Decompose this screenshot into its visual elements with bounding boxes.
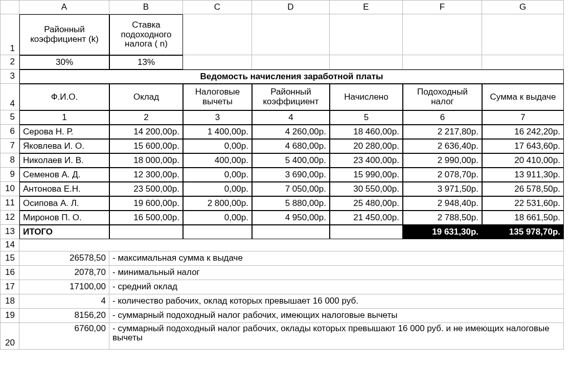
col-header-C[interactable]: C	[183, 0, 252, 14]
cell-E10[interactable]: 30 550,00р.	[330, 182, 403, 196]
cell-C9[interactable]: 0,00р.	[183, 168, 252, 182]
cell-C4[interactable]: Налоговые вычеты	[183, 84, 252, 110]
cell-G7[interactable]: 17 643,60р.	[482, 139, 564, 153]
cell-D13[interactable]	[252, 225, 330, 239]
cell-C1[interactable]	[183, 14, 252, 55]
row-header-1[interactable]: 1	[0, 14, 19, 55]
cell-F10[interactable]: 3 971,50р.	[403, 182, 482, 196]
cell-F4[interactable]: Подоходный налог	[403, 84, 482, 110]
cell-A12[interactable]: Миронов П. О.	[19, 211, 109, 225]
cell-row14[interactable]	[19, 239, 564, 251]
cell-A10[interactable]: Антонова Е.Н.	[19, 182, 109, 196]
cell-B17[interactable]: - средний оклад	[109, 280, 564, 294]
cell-A17[interactable]: 17100,00	[19, 280, 109, 294]
cell-B6[interactable]: 14 200,00р.	[109, 125, 183, 139]
cell-D9[interactable]: 3 690,00р.	[252, 168, 330, 182]
row-header-3[interactable]: 3	[0, 70, 19, 84]
cell-F11[interactable]: 2 948,40р.	[403, 196, 482, 211]
cell-B9[interactable]: 12 300,00р.	[109, 168, 183, 182]
row-header-14[interactable]: 14	[0, 239, 19, 251]
cell-G9[interactable]: 13 911,30р.	[482, 168, 564, 182]
col-header-E[interactable]: E	[330, 0, 403, 14]
cell-C12[interactable]: 0,00р.	[183, 211, 252, 225]
col-header-F[interactable]: F	[403, 0, 482, 14]
cell-E12[interactable]: 21 450,00р.	[330, 211, 403, 225]
cell-A13[interactable]: ИТОГО	[19, 225, 109, 239]
row-header-17[interactable]: 17	[0, 280, 19, 294]
cell-G12[interactable]: 18 661,50р.	[482, 211, 564, 225]
cell-B11[interactable]: 19 600,00р.	[109, 196, 183, 211]
cell-F5[interactable]: 6	[403, 110, 482, 125]
col-header-A[interactable]: A	[19, 0, 109, 14]
col-header-D[interactable]: D	[252, 0, 330, 14]
cell-C11[interactable]: 2 800,00р.	[183, 196, 252, 211]
cell-D10[interactable]: 7 050,00р.	[252, 182, 330, 196]
row-header-9[interactable]: 9	[0, 168, 19, 182]
cell-A8[interactable]: Николаев И. В.	[19, 153, 109, 168]
cell-D2[interactable]	[252, 55, 330, 70]
cell-C13[interactable]	[183, 225, 252, 239]
cell-C8[interactable]: 400,00р.	[183, 153, 252, 168]
cell-G5[interactable]: 7	[482, 110, 564, 125]
cell-D5[interactable]: 4	[252, 110, 330, 125]
cell-E8[interactable]: 23 400,00р.	[330, 153, 403, 168]
cell-A6[interactable]: Серова Н. Р.	[19, 125, 109, 139]
cell-G8[interactable]: 20 410,00р.	[482, 153, 564, 168]
cell-F13[interactable]: 19 631,30р.	[403, 225, 482, 239]
cell-B19[interactable]: - суммарный подоходный налог рабочих, им…	[109, 309, 564, 323]
row-header-2[interactable]: 2	[0, 55, 19, 70]
cell-B12[interactable]: 16 500,00р.	[109, 211, 183, 225]
cell-A11[interactable]: Осипова А. Л.	[19, 196, 109, 211]
row-header-10[interactable]: 10	[0, 182, 19, 196]
cell-B10[interactable]: 23 500,00р.	[109, 182, 183, 196]
cell-A7[interactable]: Яковлева И. О.	[19, 139, 109, 153]
row-header-5[interactable]: 5	[0, 110, 19, 125]
cell-A5[interactable]: 1	[19, 110, 109, 125]
cell-G11[interactable]: 22 531,60р.	[482, 196, 564, 211]
cell-B18[interactable]: - количество рабочих, оклад которых прев…	[109, 294, 564, 309]
cell-D11[interactable]: 5 880,00р.	[252, 196, 330, 211]
cell-D12[interactable]: 4 950,00р.	[252, 211, 330, 225]
cell-A2[interactable]: 30%	[19, 55, 109, 70]
cell-D7[interactable]: 4 680,00р.	[252, 139, 330, 153]
cell-E6[interactable]: 18 460,00р.	[330, 125, 403, 139]
row-header-11[interactable]: 11	[0, 196, 19, 211]
cell-E9[interactable]: 15 990,00р.	[330, 168, 403, 182]
row-header-19[interactable]: 19	[0, 309, 19, 323]
col-header-G[interactable]: G	[482, 0, 564, 14]
cell-F2[interactable]	[403, 55, 482, 70]
cell-B1[interactable]: Ставка подоходного налога ( n)	[109, 14, 183, 55]
cell-A1[interactable]: Районный коэффициент (k)	[19, 14, 109, 55]
cell-F9[interactable]: 2 078,70р.	[403, 168, 482, 182]
cell-E5[interactable]: 5	[330, 110, 403, 125]
cell-F12[interactable]: 2 788,50р.	[403, 211, 482, 225]
cell-E7[interactable]: 20 280,00р.	[330, 139, 403, 153]
col-header-B[interactable]: B	[109, 0, 183, 14]
row-header-7[interactable]: 7	[0, 139, 19, 153]
cell-F7[interactable]: 2 636,40р.	[403, 139, 482, 153]
cell-G4[interactable]: Сумма к выдаче	[482, 84, 564, 110]
cell-B15[interactable]: - максимальная сумма к выдаче	[109, 251, 564, 266]
cell-G2[interactable]	[482, 55, 564, 70]
cell-F1[interactable]	[403, 14, 482, 55]
cell-title[interactable]: Ведомость начисления заработной платы	[19, 70, 564, 84]
cell-C6[interactable]: 1 400,00р.	[183, 125, 252, 139]
cell-C5[interactable]: 3	[183, 110, 252, 125]
cell-A19[interactable]: 8156,20	[19, 309, 109, 323]
cell-D8[interactable]: 5 400,00р.	[252, 153, 330, 168]
cell-G13[interactable]: 135 978,70р.	[482, 225, 564, 239]
row-header-15[interactable]: 15	[0, 251, 19, 266]
row-header-18[interactable]: 18	[0, 294, 19, 309]
cell-G10[interactable]: 26 578,50р.	[482, 182, 564, 196]
cell-A15[interactable]: 26578,50	[19, 251, 109, 266]
row-header-6[interactable]: 6	[0, 125, 19, 139]
cell-E4[interactable]: Начислено	[330, 84, 403, 110]
cell-B16[interactable]: - минимальный налог	[109, 266, 564, 280]
row-header-12[interactable]: 12	[0, 211, 19, 225]
cell-G6[interactable]: 16 242,20р.	[482, 125, 564, 139]
cell-E11[interactable]: 25 480,00р.	[330, 196, 403, 211]
cell-A9[interactable]: Семенов А. Д.	[19, 168, 109, 182]
cell-E2[interactable]	[330, 55, 403, 70]
cell-C10[interactable]: 0,00р.	[183, 182, 252, 196]
cell-A4[interactable]: Ф.И.О.	[19, 84, 109, 110]
